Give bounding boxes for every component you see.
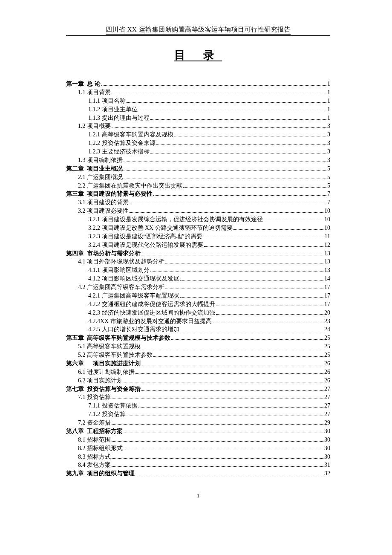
toc-entry-label: 1.2.2 投资估算及资金来源 bbox=[88, 139, 156, 147]
toc-entry[interactable]: 6.1 进度计划编制依据26 bbox=[66, 368, 330, 376]
toc-entry[interactable]: 第九章 项目的组织与管理32 bbox=[66, 469, 330, 478]
toc-entry[interactable]: 4.2.3 经济的快速发展促进区域间的协作交流加强20 bbox=[66, 309, 330, 317]
toc-entry-label: 7.2 资金筹措 bbox=[78, 419, 111, 427]
toc-entry-label: 1.1.3 提出的理由与过程 bbox=[88, 114, 150, 122]
toc-entry[interactable]: 7.2 资金筹措29 bbox=[66, 419, 330, 427]
toc-entry-label: 3.1 项目建设的背景 bbox=[78, 198, 129, 207]
toc-entry-label: 第八章 工程招标方案 bbox=[66, 427, 123, 436]
toc-leader-dots bbox=[141, 390, 323, 391]
toc-entry-label: 8.2 招标组织形式 bbox=[78, 444, 123, 453]
toc-entry[interactable]: 1.3 项目编制依据3 bbox=[66, 156, 330, 165]
toc-entry[interactable]: 第四章 市场分析与需求分析13 bbox=[66, 249, 330, 258]
toc-entry[interactable]: 1.2.1 高等级客车购置内容及规模3 bbox=[66, 130, 330, 139]
toc-leader-dots bbox=[112, 458, 323, 459]
toc-entry[interactable]: 第二章 项目业主概况5 bbox=[66, 165, 330, 173]
toc-entry-page: 17 bbox=[324, 292, 330, 300]
toc-entry-label: 8.1 招标范围 bbox=[78, 436, 111, 444]
toc-entry[interactable]: 6.2 项目实施计划26 bbox=[66, 376, 330, 385]
toc-entry-label: 3.2.2 项目建设是改善 XX 公路交通薄弱环节的迫切需要 bbox=[88, 224, 233, 232]
toc-leader-dots bbox=[153, 356, 323, 357]
toc-leader-dots bbox=[101, 85, 327, 86]
toc-entry[interactable]: 第三章 项目建设的背景与必要性7 bbox=[66, 190, 330, 198]
toc-entry-page: 30 bbox=[324, 453, 330, 461]
toc-entry[interactable]: 2.1 广运集团概况5 bbox=[66, 173, 330, 182]
toc-entry[interactable]: 1.2.2 投资估算及资金来源3 bbox=[66, 139, 330, 147]
toc-entry-page: 27 bbox=[324, 410, 330, 419]
toc-entry[interactable]: 第八章 工程招标方案30 bbox=[66, 427, 330, 436]
toc-entry[interactable]: 3.2.2 项目建设是改善 XX 公路交通薄弱环节的迫切需要10 bbox=[66, 224, 330, 232]
table-of-contents: 第一章 总 论11.1 项目背景11.1.1 项目名称11.1.2 项目业主单位… bbox=[66, 80, 330, 478]
toc-entry[interactable]: 7.1 投资估算27 bbox=[66, 393, 330, 402]
toc-entry[interactable]: 1.1.2 项目业主单位1 bbox=[66, 105, 330, 114]
toc-entry-page: 11 bbox=[325, 232, 330, 241]
toc-entry[interactable]: 8.1 招标范围30 bbox=[66, 436, 330, 444]
toc-entry[interactable]: 4.2.1 广运集团高等级客车配置现状17 bbox=[66, 292, 330, 300]
toc-entry-page: 32 bbox=[324, 469, 330, 478]
toc-entry[interactable]: 3.2 项目建设必要性10 bbox=[66, 207, 330, 215]
toc-entry-label: 4.2.1 广运集团高等级客车配置现状 bbox=[88, 292, 179, 300]
toc-entry-label: 4.2.5 人口的增长对交通需求的增加 bbox=[88, 325, 179, 334]
toc-leader-dots bbox=[124, 170, 326, 171]
toc-entry[interactable]: 8.3 招标方式30 bbox=[66, 453, 330, 461]
toc-entry-page: 13 bbox=[324, 266, 330, 275]
toc-entry[interactable]: 4.1.1 项目影响区域划分13 bbox=[66, 266, 330, 275]
toc-entry[interactable]: 8.2 招标组织形式30 bbox=[66, 444, 330, 453]
toc-leader-dots bbox=[264, 221, 324, 221]
toc-entry[interactable]: 1.2 项目概要3 bbox=[66, 122, 330, 130]
toc-leader-dots bbox=[124, 433, 323, 433]
toc-entry[interactable]: 1.2.3 主要经济技术指标3 bbox=[66, 147, 330, 156]
toc-entry[interactable]: 1.1 项目背景1 bbox=[66, 88, 330, 97]
toc-entry[interactable]: 4.1 项目外部环境现状及趋势分析13 bbox=[66, 257, 330, 266]
toc-leader-dots bbox=[141, 365, 323, 365]
toc-entry-label: 5.1 高等级客车购置规模 bbox=[78, 342, 141, 351]
toc-leader-dots bbox=[150, 272, 324, 272]
toc-entry[interactable]: 3.2.1 项目建设是发展综合运输，促进经济社会协调发展的有效途径10 bbox=[66, 215, 330, 224]
toc-entry-label: 4.1 项目外部环境现状及趋势分析 bbox=[78, 257, 164, 266]
toc-entry-page: 1 bbox=[327, 105, 330, 114]
toc-entry[interactable]: 第六章 项目实施进度计划26 bbox=[66, 359, 330, 368]
toc-leader-dots bbox=[150, 153, 327, 153]
toc-entry-label: 1.2.3 主要经济技术指标 bbox=[88, 147, 150, 156]
toc-entry-page: 1 bbox=[327, 97, 330, 105]
toc-entry[interactable]: 4.2 广运集团高等级客车需求分析17 bbox=[66, 283, 330, 292]
toc-entry[interactable]: 3.1 项目建设的背景7 bbox=[66, 198, 330, 207]
toc-entry[interactable]: 7.1.1 投资估算依据27 bbox=[66, 402, 330, 410]
toc-entry-page: 24 bbox=[324, 325, 330, 334]
toc-leader-dots bbox=[127, 416, 324, 416]
toc-entry[interactable]: 3.2.4 项目建设是现代化公路运输发展的需要12 bbox=[66, 241, 330, 249]
toc-leader-dots bbox=[112, 424, 323, 425]
toc-entry-page: 23 bbox=[324, 317, 330, 326]
toc-entry-page: 13 bbox=[324, 249, 330, 258]
toc-entry-label: 4.2 广运集团高等级客车需求分析 bbox=[78, 283, 164, 292]
toc-leader-dots bbox=[204, 246, 324, 247]
toc-entry[interactable]: 2.2 广运集团在抗震救灾中作出突出贡献5 bbox=[66, 182, 330, 190]
toc-leader-dots bbox=[216, 306, 324, 306]
toc-entry[interactable]: 7.1.2 投资估算27 bbox=[66, 410, 330, 419]
toc-entry[interactable]: 4.1.2 项目影响区域交通现状及发展14 bbox=[66, 275, 330, 283]
toc-entry[interactable]: 1.1.1 项目名称1 bbox=[66, 97, 330, 105]
toc-entry[interactable]: 1.1.3 提出的理由与过程1 bbox=[66, 114, 330, 122]
toc-leader-dots bbox=[138, 111, 327, 111]
toc-entry[interactable]: 第一章 总 论1 bbox=[66, 80, 330, 88]
toc-entry-page: 27 bbox=[324, 402, 330, 410]
toc-entry-label: 1.1.1 项目名称 bbox=[88, 97, 126, 105]
toc-entry[interactable]: 3.2.3 项目建设是建设“西部经济高地”的需要11 bbox=[66, 232, 330, 241]
toc-entry[interactable]: 5.1 高等级客车购置规模25 bbox=[66, 342, 330, 351]
toc-entry-label: 6.2 项目实施计划 bbox=[78, 376, 123, 385]
toc-entry[interactable]: 4.2.5 人口的增长对交通需求的增加24 bbox=[66, 325, 330, 334]
toc-entry[interactable]: 4.2.2 交通枢纽的建成将促使客运需求的大幅提升17 bbox=[66, 300, 330, 309]
toc-leader-dots bbox=[112, 94, 326, 94]
toc-entry-page: 31 bbox=[324, 461, 330, 469]
toc-entry-page: 12 bbox=[324, 241, 330, 249]
toc-title: 目 录 bbox=[66, 48, 330, 63]
toc-entry-label: 第六章 项目实施进度计划 bbox=[66, 359, 141, 368]
toc-leader-dots bbox=[150, 119, 327, 120]
toc-entry[interactable]: 8.4 发包方案31 bbox=[66, 461, 330, 469]
toc-leader-dots bbox=[180, 280, 324, 280]
toc-entry[interactable]: 第五章 高等级客车购置规模与技术参数25 bbox=[66, 334, 330, 342]
toc-entry-label: 第五章 高等级客车购置规模与技术参数 bbox=[66, 334, 170, 342]
toc-entry[interactable]: 第七章 投资估算与资金筹措27 bbox=[66, 385, 330, 393]
toc-entry[interactable]: 4.2.4XX 市旅游业的发展对交通的要求日益提高23 bbox=[66, 317, 330, 326]
toc-leader-dots bbox=[180, 297, 324, 298]
toc-entry[interactable]: 5.2 高等级客车购置技术参数25 bbox=[66, 351, 330, 359]
